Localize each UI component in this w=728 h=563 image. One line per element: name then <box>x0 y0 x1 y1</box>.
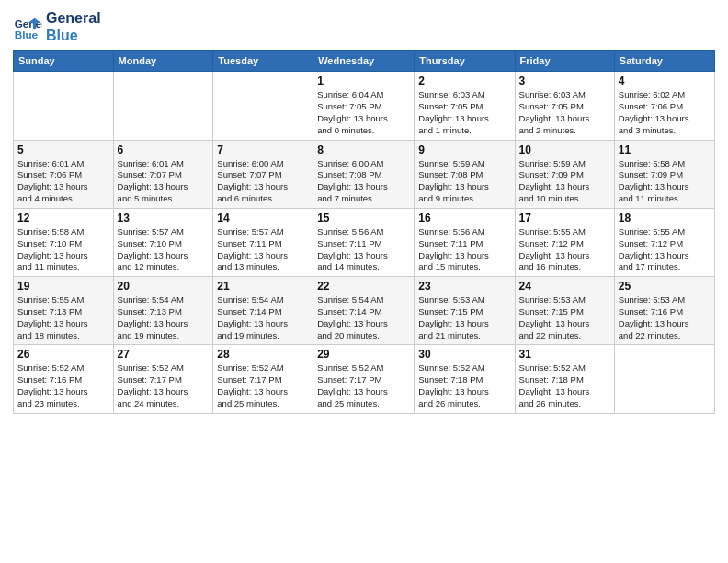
day-info: Sunrise: 5:59 AM Sunset: 7:08 PM Dayligh… <box>418 158 510 205</box>
day-cell-5: 5Sunrise: 6:01 AM Sunset: 7:06 PM Daylig… <box>14 140 114 208</box>
empty-cell <box>14 72 114 140</box>
col-header-wednesday: Wednesday <box>313 51 415 72</box>
day-number: 20 <box>118 280 210 293</box>
day-number: 31 <box>519 348 610 361</box>
day-number: 3 <box>519 75 610 87</box>
day-cell-31: 31Sunrise: 5:52 AM Sunset: 7:18 PM Dayli… <box>515 345 614 413</box>
day-info: Sunrise: 6:02 AM Sunset: 7:06 PM Dayligh… <box>619 89 711 136</box>
week-row-3: 12Sunrise: 5:58 AM Sunset: 7:10 PM Dayli… <box>14 208 715 276</box>
day-cell-19: 19Sunrise: 5:55 AM Sunset: 7:13 PM Dayli… <box>14 277 114 345</box>
day-info: Sunrise: 5:53 AM Sunset: 7:15 PM Dayligh… <box>418 294 510 341</box>
day-info: Sunrise: 6:00 AM Sunset: 7:08 PM Dayligh… <box>317 158 410 205</box>
day-number: 6 <box>118 144 210 156</box>
day-number: 27 <box>118 348 210 361</box>
day-number: 23 <box>418 280 510 293</box>
empty-cell <box>113 72 213 140</box>
day-info: Sunrise: 5:52 AM Sunset: 7:17 PM Dayligh… <box>118 362 210 409</box>
day-info: Sunrise: 5:58 AM Sunset: 7:09 PM Dayligh… <box>619 158 711 205</box>
day-number: 26 <box>17 348 109 361</box>
day-info: Sunrise: 6:04 AM Sunset: 7:05 PM Dayligh… <box>317 89 410 136</box>
day-number: 1 <box>317 75 410 87</box>
day-cell-17: 17Sunrise: 5:55 AM Sunset: 7:12 PM Dayli… <box>515 208 614 276</box>
day-number: 17 <box>519 212 610 224</box>
day-number: 25 <box>619 280 711 293</box>
day-info: Sunrise: 6:00 AM Sunset: 7:07 PM Dayligh… <box>217 158 309 205</box>
day-cell-7: 7Sunrise: 6:00 AM Sunset: 7:07 PM Daylig… <box>213 140 313 208</box>
day-cell-11: 11Sunrise: 5:58 AM Sunset: 7:09 PM Dayli… <box>614 140 714 208</box>
day-number: 7 <box>217 144 309 156</box>
day-number: 24 <box>519 280 610 293</box>
day-number: 15 <box>317 212 410 224</box>
col-header-thursday: Thursday <box>415 51 515 72</box>
day-info: Sunrise: 6:03 AM Sunset: 7:05 PM Dayligh… <box>418 89 510 136</box>
day-cell-4: 4Sunrise: 6:02 AM Sunset: 7:06 PM Daylig… <box>614 72 714 140</box>
day-number: 8 <box>317 144 410 156</box>
col-header-sunday: Sunday <box>14 51 114 72</box>
day-info: Sunrise: 5:52 AM Sunset: 7:18 PM Dayligh… <box>418 362 510 409</box>
day-number: 14 <box>217 212 309 224</box>
day-number: 18 <box>619 212 711 224</box>
day-info: Sunrise: 6:03 AM Sunset: 7:05 PM Dayligh… <box>519 89 610 136</box>
day-info: Sunrise: 5:56 AM Sunset: 7:11 PM Dayligh… <box>418 226 510 273</box>
day-cell-24: 24Sunrise: 5:53 AM Sunset: 7:15 PM Dayli… <box>515 277 614 345</box>
day-cell-15: 15Sunrise: 5:56 AM Sunset: 7:11 PM Dayli… <box>313 208 415 276</box>
day-cell-25: 25Sunrise: 5:53 AM Sunset: 7:16 PM Dayli… <box>614 277 714 345</box>
day-number: 22 <box>317 280 410 293</box>
day-number: 29 <box>317 348 410 361</box>
day-info: Sunrise: 5:52 AM Sunset: 7:18 PM Dayligh… <box>519 362 610 409</box>
day-cell-18: 18Sunrise: 5:55 AM Sunset: 7:12 PM Dayli… <box>614 208 714 276</box>
week-row-4: 19Sunrise: 5:55 AM Sunset: 7:13 PM Dayli… <box>14 277 715 345</box>
week-row-2: 5Sunrise: 6:01 AM Sunset: 7:06 PM Daylig… <box>14 140 715 208</box>
day-cell-3: 3Sunrise: 6:03 AM Sunset: 7:05 PM Daylig… <box>515 72 614 140</box>
col-header-friday: Friday <box>515 51 614 72</box>
day-cell-29: 29Sunrise: 5:52 AM Sunset: 7:17 PM Dayli… <box>313 345 415 413</box>
day-cell-12: 12Sunrise: 5:58 AM Sunset: 7:10 PM Dayli… <box>14 208 114 276</box>
day-number: 16 <box>418 212 510 224</box>
day-info: Sunrise: 5:57 AM Sunset: 7:10 PM Dayligh… <box>118 226 210 273</box>
col-header-monday: Monday <box>113 51 213 72</box>
day-info: Sunrise: 5:52 AM Sunset: 7:17 PM Dayligh… <box>217 362 309 409</box>
day-number: 13 <box>118 212 210 224</box>
day-number: 30 <box>418 348 510 361</box>
col-header-tuesday: Tuesday <box>213 51 313 72</box>
day-info: Sunrise: 5:53 AM Sunset: 7:15 PM Dayligh… <box>519 294 610 341</box>
day-info: Sunrise: 5:56 AM Sunset: 7:11 PM Dayligh… <box>317 226 410 273</box>
day-info: Sunrise: 5:54 AM Sunset: 7:14 PM Dayligh… <box>317 294 410 341</box>
header: General Blue General Blue <box>13 9 715 44</box>
day-cell-16: 16Sunrise: 5:56 AM Sunset: 7:11 PM Dayli… <box>415 208 515 276</box>
calendar-header-row: SundayMondayTuesdayWednesdayThursdayFrid… <box>14 51 715 72</box>
day-cell-21: 21Sunrise: 5:54 AM Sunset: 7:14 PM Dayli… <box>213 277 313 345</box>
day-info: Sunrise: 6:01 AM Sunset: 7:07 PM Dayligh… <box>118 158 210 205</box>
logo: General Blue General Blue <box>13 9 101 44</box>
day-info: Sunrise: 5:54 AM Sunset: 7:14 PM Dayligh… <box>217 294 309 341</box>
day-cell-30: 30Sunrise: 5:52 AM Sunset: 7:18 PM Dayli… <box>415 345 515 413</box>
day-number: 19 <box>17 280 109 293</box>
day-info: Sunrise: 5:54 AM Sunset: 7:13 PM Dayligh… <box>118 294 210 341</box>
day-number: 10 <box>519 144 610 156</box>
day-cell-14: 14Sunrise: 5:57 AM Sunset: 7:11 PM Dayli… <box>213 208 313 276</box>
day-cell-20: 20Sunrise: 5:54 AM Sunset: 7:13 PM Dayli… <box>113 277 213 345</box>
day-cell-23: 23Sunrise: 5:53 AM Sunset: 7:15 PM Dayli… <box>415 277 515 345</box>
day-cell-22: 22Sunrise: 5:54 AM Sunset: 7:14 PM Dayli… <box>313 277 415 345</box>
day-number: 2 <box>418 75 510 87</box>
day-number: 4 <box>619 75 711 87</box>
col-header-saturday: Saturday <box>614 51 714 72</box>
empty-cell <box>213 72 313 140</box>
day-cell-26: 26Sunrise: 5:52 AM Sunset: 7:16 PM Dayli… <box>14 345 114 413</box>
day-info: Sunrise: 5:55 AM Sunset: 7:12 PM Dayligh… <box>519 226 610 273</box>
week-row-1: 1Sunrise: 6:04 AM Sunset: 7:05 PM Daylig… <box>14 72 715 140</box>
day-info: Sunrise: 5:59 AM Sunset: 7:09 PM Dayligh… <box>519 158 610 205</box>
day-cell-10: 10Sunrise: 5:59 AM Sunset: 7:09 PM Dayli… <box>515 140 614 208</box>
day-cell-27: 27Sunrise: 5:52 AM Sunset: 7:17 PM Dayli… <box>113 345 213 413</box>
day-info: Sunrise: 5:52 AM Sunset: 7:16 PM Dayligh… <box>17 362 109 409</box>
day-cell-13: 13Sunrise: 5:57 AM Sunset: 7:10 PM Dayli… <box>113 208 213 276</box>
day-cell-28: 28Sunrise: 5:52 AM Sunset: 7:17 PM Dayli… <box>213 345 313 413</box>
day-cell-1: 1Sunrise: 6:04 AM Sunset: 7:05 PM Daylig… <box>313 72 415 140</box>
day-number: 5 <box>17 144 109 156</box>
page: General Blue General Blue SundayMondayTu… <box>0 0 728 563</box>
day-cell-2: 2Sunrise: 6:03 AM Sunset: 7:05 PM Daylig… <box>415 72 515 140</box>
day-info: Sunrise: 5:53 AM Sunset: 7:16 PM Dayligh… <box>619 294 711 341</box>
day-info: Sunrise: 5:58 AM Sunset: 7:10 PM Dayligh… <box>17 226 109 273</box>
day-info: Sunrise: 5:52 AM Sunset: 7:17 PM Dayligh… <box>317 362 410 409</box>
day-cell-9: 9Sunrise: 5:59 AM Sunset: 7:08 PM Daylig… <box>415 140 515 208</box>
